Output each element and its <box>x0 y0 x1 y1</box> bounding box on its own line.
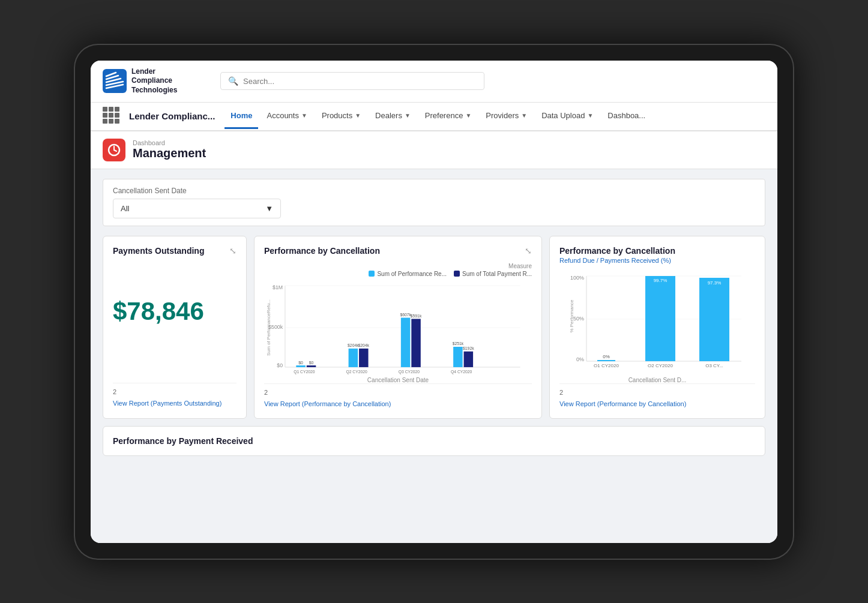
navbar: Lender Complianc... Home Accounts ▼ Prod… <box>91 103 777 131</box>
filter-row: Cancellation Sent Date All ▼ <box>103 179 765 226</box>
nav-item-providers[interactable]: Providers ▼ <box>480 104 533 129</box>
legend-label-dark: Sum of Total Payment R... <box>462 271 532 277</box>
chevron-down-icon: ▼ <box>301 112 307 119</box>
bar-chart-svg: $1M $500k $0 Sum of PerformanceRefu... <box>264 280 532 376</box>
filter-select[interactable]: All ▼ <box>113 199 281 218</box>
svg-text:Q2 CY2020: Q2 CY2020 <box>346 369 367 374</box>
dashboard-title-group: Dashboard Management <box>133 139 206 160</box>
svg-text:0%: 0% <box>576 356 584 362</box>
svg-text:$192k: $192k <box>463 346 474 350</box>
perf-refund-title: Performance by Cancellation <box>559 246 675 256</box>
payments-count: 2 <box>113 388 237 395</box>
filter-dropdown-icon: ▼ <box>265 204 273 213</box>
dashboard-icon <box>103 139 125 161</box>
nav-item-dealers[interactable]: Dealers ▼ <box>369 104 417 129</box>
search-input[interactable] <box>243 77 477 86</box>
legend-label-light: Sum of Performance Re... <box>377 271 447 277</box>
svg-rect-24 <box>359 348 369 367</box>
performance-cancellation-card: Performance by Cancellation ⤡ Measure Su… <box>254 236 542 419</box>
legend-item-dark: Sum of Total Payment R... <box>454 271 532 277</box>
perf-refund-count: 2 <box>559 389 755 396</box>
search-icon: 🔍 <box>228 76 238 86</box>
chevron-down-icon: ▼ <box>355 112 361 119</box>
svg-text:$251k: $251k <box>453 341 464 346</box>
svg-text:Q2 CY2020: Q2 CY2020 <box>648 363 673 367</box>
refund-chart-wrapper: 100% 50% 0% % Performance <box>559 271 755 376</box>
nav-item-data-upload[interactable]: Data Upload ▼ <box>535 104 599 129</box>
perf-cancel-count: 2 <box>264 389 532 396</box>
logo-area: Lender Compliance Technologies <box>103 67 211 95</box>
cards-row: Payments Outstanding ⤡ $78,846 2 View Re… <box>103 236 765 419</box>
performance-refund-card: Performance by Cancellation Refund Due /… <box>549 236 765 419</box>
svg-rect-51 <box>699 278 729 361</box>
svg-text:Q3 CY2020: Q3 CY2020 <box>399 369 420 374</box>
tablet-frame: Lender Compliance Technologies 🔍 Lender … <box>74 44 794 560</box>
svg-text:$0: $0 <box>277 362 283 368</box>
svg-text:$607k: $607k <box>400 312 411 316</box>
svg-text:99.7%: 99.7% <box>654 278 668 283</box>
x-axis-label: Cancellation Sent Date <box>264 377 532 383</box>
logo-text: Lender Compliance Technologies <box>131 67 177 95</box>
svg-text:Sum of PerformanceRefu...: Sum of PerformanceRefu... <box>266 299 271 356</box>
svg-rect-32 <box>453 346 463 367</box>
svg-text:97.3%: 97.3% <box>708 280 722 286</box>
perf-cancel-title: Performance by Cancellation <box>264 246 380 256</box>
svg-text:Q1 CY2020: Q1 CY2020 <box>594 363 619 367</box>
chevron-down-icon: ▼ <box>405 112 411 119</box>
app-header: Lender Compliance Technologies 🔍 <box>91 61 777 103</box>
svg-rect-48 <box>645 276 675 361</box>
chevron-down-icon: ▼ <box>587 112 593 119</box>
legend-item-light: Sum of Performance Re... <box>369 271 447 277</box>
svg-rect-19 <box>307 365 316 367</box>
svg-rect-27 <box>401 317 411 367</box>
payment-amount: $78,846 <box>113 285 237 338</box>
svg-text:$0: $0 <box>298 361 303 365</box>
bar-chart-wrapper: $1M $500k $0 Sum of PerformanceRefu... <box>264 280 532 376</box>
svg-text:$204k: $204k <box>348 343 359 347</box>
payments-report-link[interactable]: View Report (Payments Outstanding) <box>113 400 222 407</box>
nav-item-preference[interactable]: Preference ▼ <box>419 104 478 129</box>
nav-item-products[interactable]: Products ▼ <box>316 104 367 129</box>
nav-brand: Lender Complianc... <box>129 111 215 121</box>
dashboard-header: Dashboard Management <box>91 131 777 169</box>
svg-rect-29 <box>411 319 421 367</box>
svg-text:$591k: $591k <box>411 313 422 317</box>
payments-card-footer: 2 View Report (Payments Outstanding) <box>113 383 237 408</box>
nav-item-accounts[interactable]: Accounts ▼ <box>261 104 313 129</box>
nav-item-dashboard[interactable]: Dashboa... <box>601 104 651 129</box>
expand-icon[interactable]: ⤡ <box>229 246 237 256</box>
svg-text:Q1 CY2020: Q1 CY2020 <box>294 369 315 374</box>
svg-text:0%: 0% <box>603 354 610 359</box>
payments-outstanding-card: Payments Outstanding ⤡ $78,846 2 View Re… <box>103 236 247 419</box>
payments-card-header: Payments Outstanding ⤡ <box>113 246 237 256</box>
nav-item-home[interactable]: Home <box>225 104 258 129</box>
chart-legend: Sum of Performance Re... Sum of Total Pa… <box>264 271 532 277</box>
svg-rect-17 <box>296 365 306 367</box>
measure-label: Measure <box>264 263 532 269</box>
dashboard-title: Management <box>133 146 206 160</box>
refund-x-label: Cancellation Sent D... <box>559 377 755 383</box>
filter-label: Cancellation Sent Date <box>113 187 755 195</box>
svg-rect-22 <box>349 348 358 367</box>
svg-text:Q4 CY2020: Q4 CY2020 <box>451 369 472 374</box>
perf-refund-link[interactable]: View Report (Performance by Cancellation… <box>559 400 686 407</box>
svg-rect-45 <box>597 360 615 361</box>
chevron-down-icon: ▼ <box>521 112 527 119</box>
bottom-card-title: Performance by Payment Received <box>113 436 755 446</box>
svg-text:% Performance: % Performance <box>569 299 574 332</box>
perf-cancel-header: Performance by Cancellation ⤡ <box>264 246 532 256</box>
perf-refund-subtitle: Refund Due / Payments Received (%) <box>559 257 675 264</box>
grid-menu-icon[interactable] <box>103 107 122 126</box>
expand-icon[interactable]: ⤡ <box>525 246 532 256</box>
perf-cancel-link[interactable]: View Report (Performance by Cancellation… <box>264 400 391 407</box>
perf-refund-footer: 2 View Report (Performance by Cancellati… <box>559 383 755 409</box>
refund-chart-svg: 100% 50% 0% % Performance <box>559 271 755 367</box>
bottom-card: Performance by Payment Received <box>103 426 765 456</box>
svg-line-8 <box>114 150 116 151</box>
svg-text:100%: 100% <box>570 275 584 281</box>
svg-text:Q3 CY...: Q3 CY... <box>705 363 723 367</box>
search-bar[interactable]: 🔍 <box>220 72 484 90</box>
svg-text:$0: $0 <box>309 361 314 365</box>
content-area: Cancellation Sent Date All ▼ Payments Ou… <box>91 169 777 543</box>
svg-text:$204k: $204k <box>358 343 370 347</box>
